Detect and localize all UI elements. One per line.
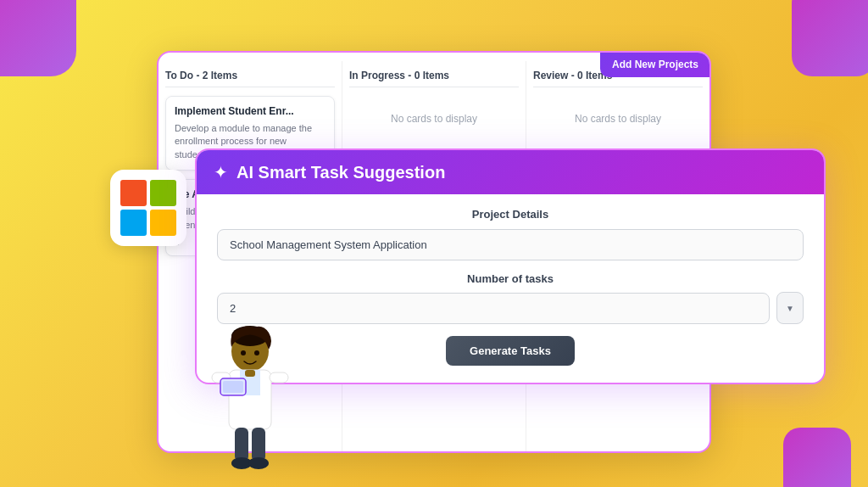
- review-empty-label: No cards to display: [533, 113, 703, 125]
- ai-panel-header: ✦ AI Smart Task Suggestion: [197, 150, 824, 194]
- ai-panel-title: AI Smart Task Suggestion: [236, 163, 445, 182]
- generate-tasks-button[interactable]: Generate Tasks: [446, 336, 575, 366]
- ai-sparkle-icon: ✦: [214, 162, 228, 182]
- svg-rect-9: [252, 428, 265, 462]
- character-svg: [199, 309, 301, 470]
- number-of-tasks-label: Number of tasks: [217, 272, 804, 285]
- ms-red-square: [120, 180, 147, 206]
- corner-decoration-tl: [0, 0, 76, 76]
- todo-column-header: To Do - 2 Items: [165, 70, 335, 87]
- corner-decoration-tr: [792, 0, 868, 76]
- project-details-label: Project Details: [217, 208, 804, 221]
- tasks-dropdown-button[interactable]: ▼: [776, 292, 804, 324]
- ms-green-square: [150, 180, 176, 206]
- svg-rect-8: [235, 428, 248, 462]
- svg-rect-14: [245, 370, 255, 377]
- svg-point-12: [241, 350, 246, 355]
- project-name-input[interactable]: [217, 229, 804, 260]
- svg-point-13: [254, 350, 259, 355]
- 3d-character: [195, 300, 305, 470]
- svg-rect-5: [270, 372, 288, 383]
- inprogress-empty-label: No cards to display: [349, 113, 519, 125]
- ms-blue-square: [120, 210, 147, 236]
- ms-yellow-square: [150, 210, 176, 236]
- add-new-projects-button[interactable]: Add New Projects: [600, 52, 710, 77]
- svg-rect-7: [223, 381, 243, 393]
- svg-point-11: [248, 457, 269, 469]
- inprogress-column-header: In Progress - 0 Items: [349, 70, 519, 87]
- task-card-1-title: Implement Student Enr...: [175, 105, 326, 117]
- corner-decoration-br: [783, 428, 851, 487]
- microsoft-logo: [110, 170, 186, 246]
